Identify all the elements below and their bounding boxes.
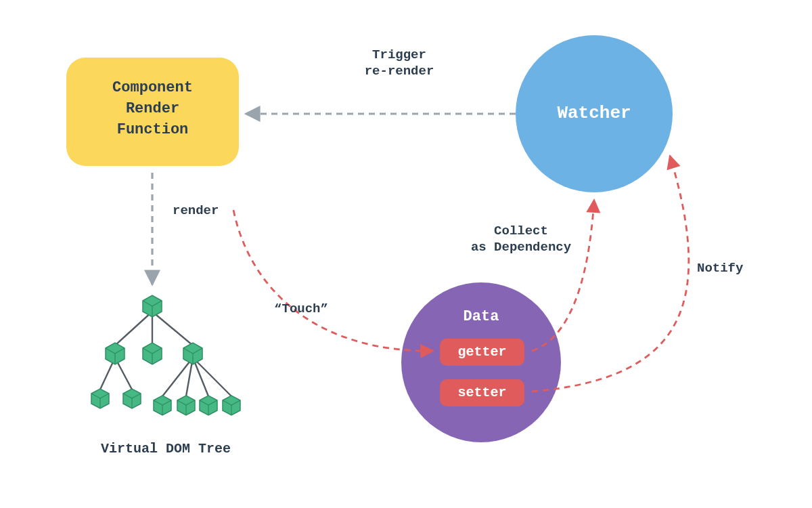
touch-label: “Touch”: [261, 301, 342, 318]
notify-label: Notify: [697, 261, 778, 277]
collect-dependency-label: Collect as Dependency: [447, 224, 595, 256]
trigger-rerender-label: Trigger re-render: [325, 47, 474, 80]
data-label: Data: [413, 308, 549, 325]
diagram-canvas: Component Render Function Watcher Data g…: [0, 0, 812, 508]
vdom-tree-icon: [91, 295, 240, 415]
arrow-touch: [233, 210, 433, 351]
vdom-caption: Virtual DOM Tree: [81, 440, 250, 457]
watcher-label: Watcher: [526, 103, 662, 123]
getter-label: getter: [440, 344, 524, 360]
render-label: render: [173, 203, 254, 219]
render-function-label: Component Render Function: [66, 78, 239, 140]
setter-label: setter: [440, 385, 524, 400]
